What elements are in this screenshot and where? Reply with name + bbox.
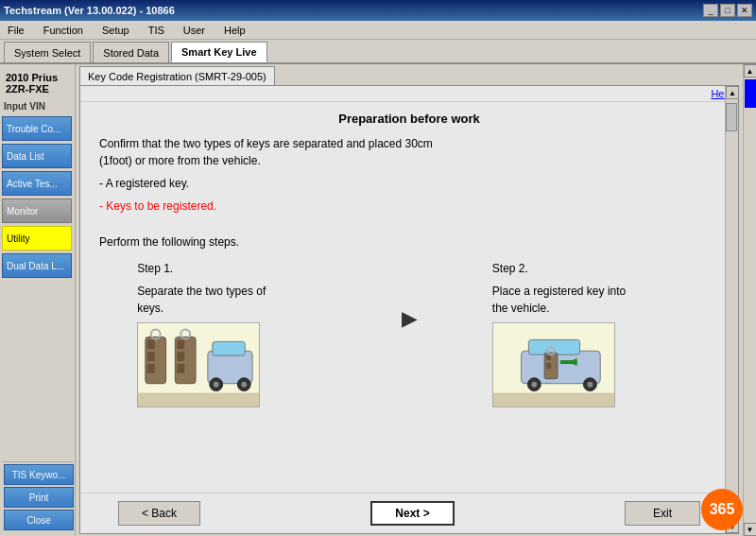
step1-desc: Separate the two types ofkeys. xyxy=(137,283,266,317)
svg-rect-8 xyxy=(178,339,185,349)
maximize-button[interactable]: □ xyxy=(720,4,735,17)
content-area: Key Code Registration (SMRT-29-005) Help… xyxy=(76,64,743,536)
car-info: 2010 Prius 2ZR-FXE xyxy=(2,68,73,96)
svg-rect-13 xyxy=(213,341,245,355)
print-btn[interactable]: Print xyxy=(4,487,74,508)
tab-stored-data[interactable]: Stored Data xyxy=(93,42,169,62)
step1-svg xyxy=(138,322,259,407)
step2-image xyxy=(492,322,615,407)
scroll-up-arrow[interactable]: ▲ xyxy=(726,86,739,99)
svg-text:365: 365 xyxy=(710,501,735,517)
dialog-panel: Help Preparation before work Confirm tha… xyxy=(79,85,739,534)
step1-item: Step 1. Separate the two types ofkeys. xyxy=(137,260,326,407)
dialog-buttons: < Back Next > Exit xyxy=(80,493,738,533)
dialog-header: Help xyxy=(80,86,738,102)
dialog-body: Preparation before work Confirm that the… xyxy=(80,102,738,493)
app-title: Techstream (Ver 13.00.022) - 10866 xyxy=(4,5,175,16)
next-button[interactable]: Next > xyxy=(370,501,454,526)
step-arrow: ▶ xyxy=(402,307,416,330)
dialog-bullet1: - A registered key. xyxy=(99,175,719,192)
scroll-thumb[interactable] xyxy=(726,103,737,131)
menu-bar: File Function Setup TIS User Help xyxy=(0,21,756,40)
inner-tab-key-code[interactable]: Key Code Registration (SMRT-29-005) xyxy=(79,66,275,85)
dialog-paragraph2: Perform the following steps. xyxy=(99,233,719,251)
close-window-button[interactable]: ✕ xyxy=(737,4,752,17)
main-layout: 2010 Prius 2ZR-FXE Input VIN Trouble Co.… xyxy=(0,64,756,536)
menu-file[interactable]: File xyxy=(4,24,28,37)
svg-rect-28 xyxy=(546,363,551,369)
main-scrollbar: ▲ ▼ xyxy=(743,64,756,536)
svg-point-25 xyxy=(587,382,593,388)
dual-data-btn[interactable]: Dual Data L... xyxy=(2,253,72,278)
svg-rect-19 xyxy=(493,393,614,407)
steps-container: Step 1. Separate the two types ofkeys. xyxy=(99,260,719,407)
svg-rect-31 xyxy=(560,360,577,364)
svg-rect-1 xyxy=(138,393,259,407)
dialog-paragraph1: Confirm that the two types of keys are s… xyxy=(99,135,719,169)
inner-tab-bar: Key Code Registration (SMRT-29-005) xyxy=(79,66,739,85)
svg-rect-4 xyxy=(147,352,155,361)
dialog-bullet2: - Keys to be registered. xyxy=(99,198,719,215)
utility-btn[interactable]: Utility xyxy=(2,226,72,251)
vin-label: Input VIN xyxy=(2,99,73,113)
minimize-button[interactable]: _ xyxy=(703,4,718,17)
step1-title: Step 1. xyxy=(137,260,173,277)
data-list-btn[interactable]: Data List xyxy=(2,144,72,168)
tab-bar: System Select Stored Data Smart Key Live xyxy=(0,40,756,64)
title-bar: Techstream (Ver 13.00.022) - 10866 _ □ ✕ xyxy=(0,0,756,21)
blue-indicator xyxy=(745,79,756,108)
step2-desc: Place a registered key intothe vehicle. xyxy=(492,283,626,317)
svg-point-23 xyxy=(531,382,537,388)
logo-365: 365 xyxy=(694,489,750,530)
step2-item: Step 2. Place a registered key intothe v… xyxy=(492,260,681,407)
monitor-btn[interactable]: Monitor xyxy=(2,199,72,223)
main-scroll-up[interactable]: ▲ xyxy=(744,64,757,78)
window-controls: _ □ ✕ xyxy=(703,4,752,17)
tab-system-select[interactable]: System Select xyxy=(4,42,91,62)
svg-rect-9 xyxy=(178,352,185,361)
svg-point-17 xyxy=(241,382,247,388)
bottom-bar: TIS Keywo... Print Close xyxy=(2,461,73,532)
menu-setup[interactable]: Setup xyxy=(98,24,133,37)
back-button[interactable]: < Back xyxy=(118,501,200,526)
car-engine: 2ZR-FXE xyxy=(6,83,71,95)
menu-user[interactable]: User xyxy=(180,24,209,37)
step2-title: Step 2. xyxy=(492,260,528,277)
menu-help[interactable]: Help xyxy=(220,24,249,37)
menu-function[interactable]: Function xyxy=(40,24,87,37)
sidebar: 2010 Prius 2ZR-FXE Input VIN Trouble Co.… xyxy=(0,64,76,536)
svg-rect-3 xyxy=(147,339,155,349)
active-test-btn[interactable]: Active Tes... xyxy=(2,171,72,196)
svg-rect-10 xyxy=(178,364,185,373)
tab-smart-key-live[interactable]: Smart Key Live xyxy=(171,42,266,62)
dialog-title: Preparation before work xyxy=(99,112,719,126)
exit-button[interactable]: Exit xyxy=(625,501,700,526)
close-btn[interactable]: Close xyxy=(4,510,74,530)
trouble-code-btn[interactable]: Trouble Co... xyxy=(2,116,72,141)
main-scroll-track xyxy=(744,110,757,523)
tis-keyword-btn[interactable]: TIS Keywo... xyxy=(4,464,74,485)
dialog-scrollbar: ▲ ▼ xyxy=(725,86,738,533)
scroll-track xyxy=(726,99,738,520)
step2-svg xyxy=(493,322,614,407)
step1-image xyxy=(137,322,260,407)
svg-rect-5 xyxy=(147,364,155,373)
svg-point-15 xyxy=(214,382,219,388)
menu-tis[interactable]: TIS xyxy=(145,24,168,37)
car-model: 2010 Prius xyxy=(6,72,71,83)
